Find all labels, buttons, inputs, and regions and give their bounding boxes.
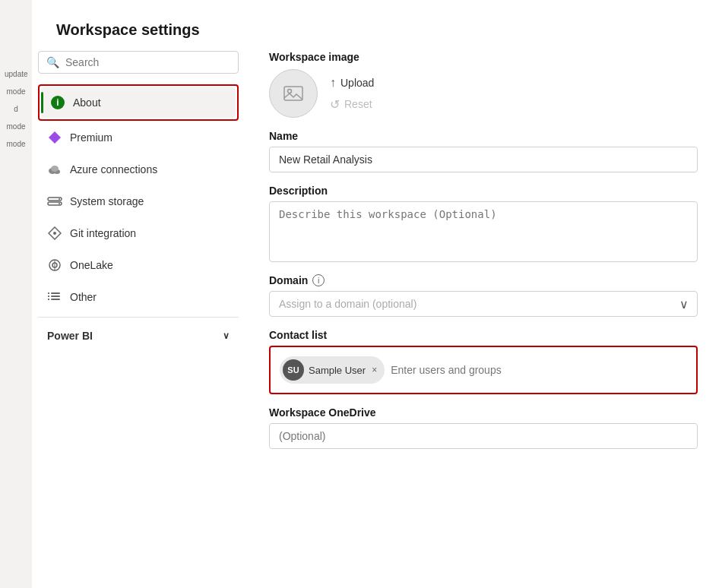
sidebar-item-other[interactable]: Other [38, 282, 239, 312]
domain-label: Domain [269, 274, 308, 286]
other-icon [47, 289, 62, 305]
name-field: Name [269, 130, 698, 172]
sidebar-item-onelake[interactable]: OneLake [38, 250, 239, 280]
main-panel: Workspace settings 🔍 i About [32, 0, 722, 588]
cloud-icon [47, 162, 62, 177]
onedrive-label: Workspace OneDrive [269, 406, 698, 419]
onelake-icon [47, 258, 62, 273]
upload-icon: ↑ [330, 76, 336, 90]
premium-icon [47, 130, 62, 145]
svg-rect-13 [51, 292, 60, 294]
left-strip-update[interactable]: update [0, 67, 32, 81]
git-icon [47, 226, 62, 241]
reset-icon: ↺ [330, 97, 340, 112]
reset-button[interactable]: ↺ Reset [330, 96, 374, 113]
sidebar-item-azure[interactable]: Azure connections [38, 154, 239, 185]
svg-rect-19 [284, 87, 302, 100]
workspace-image-section: Workspace image ↑ Upload [269, 51, 698, 118]
sidebar-item-azure-label: Azure connections [70, 163, 157, 175]
search-icon: 🔍 [46, 56, 59, 68]
contact-remove-button[interactable]: × [370, 365, 378, 375]
description-field: Description [269, 185, 698, 262]
powerbi-section-label: Power BI [47, 330, 93, 342]
svg-point-20 [288, 90, 292, 93]
name-input[interactable] [269, 147, 698, 172]
sidebar-divider [38, 317, 239, 318]
svg-rect-17 [48, 299, 49, 300]
svg-rect-14 [48, 292, 49, 294]
contact-list-field: Contact list SU Sample User × [269, 329, 698, 394]
svg-rect-16 [51, 296, 60, 297]
search-input[interactable] [65, 56, 230, 68]
onedrive-field: Workspace OneDrive [269, 406, 698, 449]
left-nav-strip: update mode d mode mode [0, 0, 32, 588]
contact-list-label: Contact list [269, 329, 698, 341]
name-label: Name [269, 130, 698, 142]
svg-point-9 [53, 232, 56, 235]
sidebar-item-other-label: Other [70, 291, 97, 303]
content-row: 🔍 i About [32, 51, 722, 588]
sidebar: 🔍 i About [32, 51, 245, 588]
contact-list-section: SU Sample User × [269, 346, 698, 394]
contact-input[interactable] [391, 364, 687, 376]
domain-select[interactable]: Assign to a domain (optional) [269, 291, 698, 317]
contact-chip-sample-user: SU Sample User × [280, 356, 385, 384]
sidebar-item-about-label: About [73, 96, 101, 109]
upload-button[interactable]: ↑ Upload [330, 74, 374, 91]
sidebar-item-git[interactable]: Git integration [38, 218, 239, 248]
contact-avatar: SU [283, 359, 304, 381]
sidebar-item-about-wrapper: i About [38, 84, 239, 121]
left-strip-mode2[interactable]: mode [0, 119, 32, 134]
sidebar-item-premium[interactable]: Premium [38, 122, 239, 153]
sidebar-item-about[interactable]: i About [41, 87, 236, 118]
description-input[interactable] [269, 201, 698, 262]
domain-info-icon[interactable]: i [312, 274, 325, 286]
sidebar-item-premium-label: Premium [70, 131, 112, 144]
contact-name: Sample User [309, 365, 366, 376]
sidebar-item-storage[interactable]: System storage [38, 186, 239, 217]
contact-list-inner: SU Sample User × [280, 356, 687, 384]
sidebar-item-git-label: Git integration [70, 227, 136, 239]
svg-point-6 [59, 198, 60, 200]
domain-select-wrapper: Assign to a domain (optional) ∨ [269, 291, 698, 317]
svg-point-7 [59, 203, 60, 204]
svg-point-3 [51, 166, 59, 172]
svg-marker-0 [49, 131, 61, 144]
left-strip-mode1[interactable]: mode [0, 84, 32, 99]
sidebar-item-onelake-label: OneLake [70, 259, 113, 271]
search-box[interactable]: 🔍 [38, 51, 239, 74]
domain-label-row: Domain i [269, 274, 698, 286]
info-icon: i [51, 96, 65, 109]
description-label: Description [269, 185, 698, 197]
storage-icon [47, 194, 62, 209]
left-strip-mode3[interactable]: mode [0, 137, 32, 151]
chevron-down-icon: ∨ [223, 330, 230, 341]
workspace-image-placeholder [269, 69, 318, 118]
about-icon-wrapper: i [50, 95, 65, 110]
image-row: ↑ Upload ↺ Reset [269, 69, 698, 118]
svg-rect-15 [48, 296, 49, 297]
domain-field: Domain i Assign to a domain (optional) ∨ [269, 274, 698, 317]
page-title: Workspace settings [32, 0, 722, 51]
workspace-image-label: Workspace image [269, 51, 698, 63]
svg-rect-18 [51, 299, 60, 300]
sidebar-item-storage-label: System storage [70, 195, 144, 207]
sidebar-section-powerbi[interactable]: Power BI ∨ [38, 322, 239, 349]
onedrive-input[interactable] [269, 423, 698, 449]
left-strip-d[interactable]: d [0, 102, 32, 116]
form-area: Workspace image ↑ Upload [245, 51, 722, 588]
image-actions: ↑ Upload ↺ Reset [330, 74, 374, 113]
